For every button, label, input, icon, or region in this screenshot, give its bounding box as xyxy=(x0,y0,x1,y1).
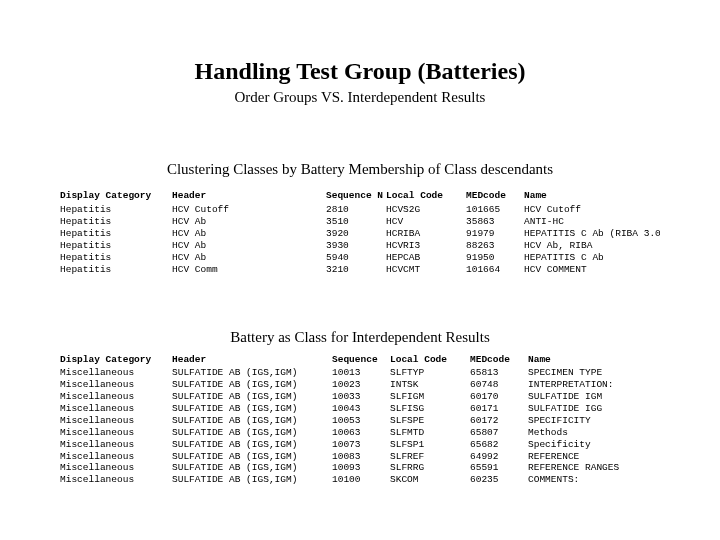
page-title: Handling Test Group (Batteries) xyxy=(60,58,660,84)
cell: 60235 xyxy=(470,474,528,486)
cell: SLFRRG xyxy=(390,462,470,474)
cell: 10013 xyxy=(332,367,390,379)
cell: SKCOM xyxy=(390,474,470,486)
slide: Handling Test Group (Batteries) Order Gr… xyxy=(0,0,720,540)
cell: SULFATIDE IGG xyxy=(528,403,660,415)
cell: REFERENCE xyxy=(528,451,660,463)
table-row: HepatitisHCV Ab3920HCRIBA91979HEPATITIS … xyxy=(60,228,660,240)
table-row: MiscellaneousSULFATIDE AB (IGS,IGM)10063… xyxy=(60,427,660,439)
cell: SULFATIDE AB (IGS,IGM) xyxy=(172,415,332,427)
cell: Specificity xyxy=(528,439,660,451)
cell: 60748 xyxy=(470,379,528,391)
cell: SULFATIDE AB (IGS,IGM) xyxy=(172,403,332,415)
cell: 5940 xyxy=(326,252,386,264)
cell: SULFATIDE AB (IGS,IGM) xyxy=(172,379,332,391)
table-row: HepatitisHCV Ab5940HEPCAB91950HEPATITIS … xyxy=(60,252,660,264)
table-row: HepatitisHCV Comm3210HCVCMT101664HCV COM… xyxy=(60,264,660,276)
cell: Miscellaneous xyxy=(60,367,172,379)
cell: Miscellaneous xyxy=(60,427,172,439)
col-name: Name xyxy=(524,190,660,204)
col-medcode: MEDcode xyxy=(470,354,528,368)
cell: SLFSP1 xyxy=(390,439,470,451)
cell: 10063 xyxy=(332,427,390,439)
col-medcode: MEDcode xyxy=(466,190,524,204)
cell: SLFIGM xyxy=(390,391,470,403)
cell: Hepatitis xyxy=(60,216,172,228)
table-row: MiscellaneousSULFATIDE AB (IGS,IGM)10033… xyxy=(60,391,660,403)
table-row: MiscellaneousSULFATIDE AB (IGS,IGM)10083… xyxy=(60,451,660,463)
cell: 35863 xyxy=(466,216,524,228)
cell: SLFREF xyxy=(390,451,470,463)
cell: HCV Ab, RIBA xyxy=(524,240,660,252)
cell: 10073 xyxy=(332,439,390,451)
cell: 10053 xyxy=(332,415,390,427)
cell: INTSK xyxy=(390,379,470,391)
cell: SLFSPE xyxy=(390,415,470,427)
cell: SULFATIDE AB (IGS,IGM) xyxy=(172,439,332,451)
cell: 60172 xyxy=(470,415,528,427)
cell: SULFATIDE AB (IGS,IGM) xyxy=(172,391,332,403)
cell: 3210 xyxy=(326,264,386,276)
table-row: HepatitisHCV Ab3930HCVRI388263HCV Ab, RI… xyxy=(60,240,660,252)
cell: HCV Cutoff xyxy=(524,204,660,216)
table-row: MiscellaneousSULFATIDE AB (IGS,IGM)10100… xyxy=(60,474,660,486)
cell: Methods xyxy=(528,427,660,439)
cell: 64992 xyxy=(470,451,528,463)
table-row: HepatitisHCV Ab3510HCV35863ANTI-HC xyxy=(60,216,660,228)
cell: INTERPRETATION: xyxy=(528,379,660,391)
table-2: Display Category Header Sequence Local C… xyxy=(60,354,660,487)
cell: Hepatitis xyxy=(60,228,172,240)
cell: HCVS2G xyxy=(386,204,466,216)
cell: HEPCAB xyxy=(386,252,466,264)
cell: SLFISG xyxy=(390,403,470,415)
table-row: MiscellaneousSULFATIDE AB (IGS,IGM)10013… xyxy=(60,367,660,379)
cell: HCV Ab xyxy=(172,252,326,264)
cell: SULFATIDE AB (IGS,IGM) xyxy=(172,367,332,379)
cell: 101665 xyxy=(466,204,524,216)
cell: 3510 xyxy=(326,216,386,228)
cell: HCV Ab xyxy=(172,228,326,240)
cell: 91979 xyxy=(466,228,524,240)
table-1: Display Category Header Sequence N Local… xyxy=(60,190,660,275)
cell: 10083 xyxy=(332,451,390,463)
cell: SLFMTD xyxy=(390,427,470,439)
col-display-category: Display Category xyxy=(60,190,172,204)
cell: HCV Comm xyxy=(172,264,326,276)
cell: Miscellaneous xyxy=(60,415,172,427)
col-local-code: Local Code xyxy=(390,354,470,368)
cell: Miscellaneous xyxy=(60,462,172,474)
cell: HCRIBA xyxy=(386,228,466,240)
cell: HCV xyxy=(386,216,466,228)
col-header: Header xyxy=(172,354,332,368)
cell: HEPATITIS C Ab xyxy=(524,252,660,264)
cell: COMMENTS: xyxy=(528,474,660,486)
cell: SPECIMEN TYPE xyxy=(528,367,660,379)
cell: 10043 xyxy=(332,403,390,415)
col-header: Header xyxy=(172,190,326,204)
cell: SULFATIDE AB (IGS,IGM) xyxy=(172,451,332,463)
table-header-row: Display Category Header Sequence Local C… xyxy=(60,354,660,368)
cell: 65682 xyxy=(470,439,528,451)
cell: Miscellaneous xyxy=(60,403,172,415)
cell: 10033 xyxy=(332,391,390,403)
cell: 65813 xyxy=(470,367,528,379)
cell: HCV Cutoff xyxy=(172,204,326,216)
table-row: HepatitisHCV Cutoff2810HCVS2G101665HCV C… xyxy=(60,204,660,216)
cell: 3930 xyxy=(326,240,386,252)
cell: 3920 xyxy=(326,228,386,240)
table-row: MiscellaneousSULFATIDE AB (IGS,IGM)10053… xyxy=(60,415,660,427)
cell: 10023 xyxy=(332,379,390,391)
cell: 2810 xyxy=(326,204,386,216)
cell: 10100 xyxy=(332,474,390,486)
table-header-row: Display Category Header Sequence N Local… xyxy=(60,190,660,204)
cell: 91950 xyxy=(466,252,524,264)
cell: HCVRI3 xyxy=(386,240,466,252)
cell: Miscellaneous xyxy=(60,391,172,403)
cell: Miscellaneous xyxy=(60,451,172,463)
col-sequence-n: Sequence N xyxy=(326,190,386,204)
col-sequence: Sequence xyxy=(332,354,390,368)
page-subtitle: Order Groups VS. Interdependent Results xyxy=(60,88,660,106)
col-local-code: Local Code xyxy=(386,190,466,204)
cell: 65807 xyxy=(470,427,528,439)
cell: SLFTYP xyxy=(390,367,470,379)
